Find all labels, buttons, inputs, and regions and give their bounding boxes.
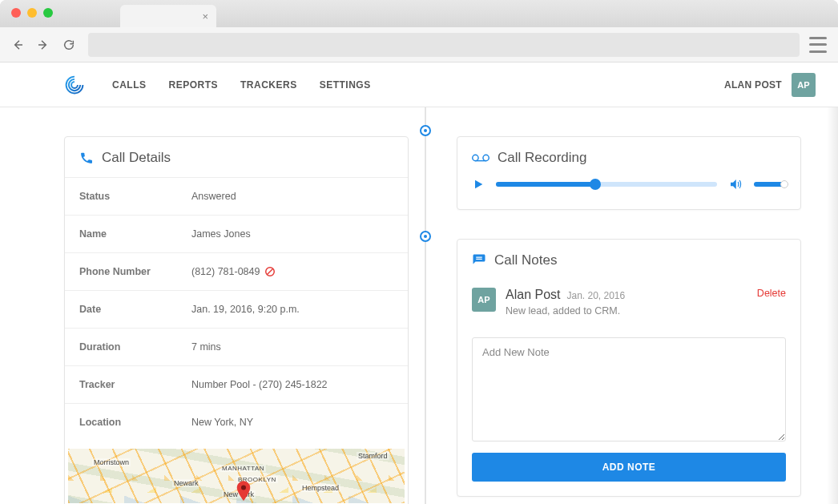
app-logo[interactable] bbox=[64, 75, 85, 95]
nav-calls[interactable]: CALLS bbox=[112, 79, 147, 91]
timeline-dot-notes bbox=[420, 231, 431, 242]
add-note-button[interactable]: ADD NOTE bbox=[472, 453, 786, 482]
close-window-button[interactable] bbox=[11, 8, 21, 18]
username-label: ALAN POST bbox=[724, 79, 782, 91]
browser-toolbar bbox=[0, 27, 838, 62]
note-text: New lead, added to CRM. bbox=[506, 305, 786, 317]
call-details-title: Call Details bbox=[102, 150, 171, 166]
notes-header: Call Notes bbox=[457, 240, 800, 280]
detail-row-name: Name James Jones bbox=[65, 215, 408, 252]
nav-settings[interactable]: SETTINGS bbox=[320, 79, 371, 91]
recording-header: Call Recording bbox=[457, 137, 800, 177]
detail-row-phone: Phone Number (812) 781-0849 bbox=[65, 252, 408, 290]
location-label: Location bbox=[79, 417, 191, 428]
shadow-edge bbox=[827, 107, 838, 504]
url-input[interactable] bbox=[88, 33, 800, 57]
call-notes-card: Call Notes AP Alan Post Jan. 20, 2016 Ne… bbox=[457, 239, 801, 497]
location-value: New York, NY bbox=[191, 417, 253, 428]
date-value: Jan. 19, 2016, 9:20 p.m. bbox=[191, 304, 300, 315]
reload-button[interactable] bbox=[62, 38, 79, 51]
map-label-stamford: Stamford bbox=[357, 452, 389, 460]
location-map[interactable]: Morristown Newark MANHATTAN BROOKLYN New… bbox=[68, 449, 405, 503]
main-nav: CALLS REPORTS TRACKERS SETTINGS bbox=[112, 79, 371, 91]
tab-strip: × bbox=[0, 0, 838, 27]
svg-point-3 bbox=[483, 155, 489, 160]
close-tab-icon[interactable]: × bbox=[202, 10, 208, 22]
map-label-manhattan: MANHATTAN bbox=[220, 465, 266, 472]
browser-menu-button[interactable] bbox=[809, 37, 827, 53]
name-value: James Jones bbox=[191, 228, 251, 240]
volume-knob[interactable] bbox=[780, 180, 788, 188]
map-label-newark: Newark bbox=[172, 479, 200, 487]
map-label-hempstead: Hempstead bbox=[300, 484, 340, 492]
date-label: Date bbox=[79, 304, 191, 315]
timeline-dot-recording bbox=[420, 125, 431, 136]
volume-icon[interactable] bbox=[728, 177, 743, 192]
svg-point-1 bbox=[241, 486, 246, 490]
play-button[interactable] bbox=[472, 178, 485, 191]
note-author: Alan Post bbox=[506, 288, 560, 302]
phone-label: Phone Number bbox=[79, 266, 191, 277]
seek-fill bbox=[496, 182, 595, 187]
recording-title: Call Recording bbox=[498, 150, 587, 166]
new-note-input[interactable] bbox=[472, 337, 786, 442]
detail-row-duration: Duration 7 mins bbox=[65, 328, 408, 365]
seek-slider[interactable] bbox=[496, 182, 717, 187]
tracker-value: Number Pool - (270) 245-1822 bbox=[191, 379, 328, 390]
nav-trackers[interactable]: TRACKERS bbox=[240, 79, 297, 91]
browser-chrome: × bbox=[0, 0, 838, 62]
call-details-header: Call Details bbox=[65, 137, 408, 177]
block-number-icon[interactable] bbox=[264, 266, 276, 277]
call-details-card: Call Details Status Answered Name James … bbox=[64, 136, 409, 504]
note-avatar: AP bbox=[472, 288, 496, 312]
app-header: CALLS REPORTS TRACKERS SETTINGS ALAN POS… bbox=[0, 62, 838, 107]
map-label-morristown: Morristown bbox=[92, 458, 131, 466]
note-item: AP Alan Post Jan. 20, 2016 New lead, add… bbox=[472, 280, 786, 328]
main-content: Call Details Status Answered Name James … bbox=[0, 107, 838, 504]
delete-note-button[interactable]: Delete bbox=[757, 288, 786, 299]
notes-title: Call Notes bbox=[494, 252, 557, 268]
window-controls bbox=[11, 8, 53, 18]
phone-icon bbox=[79, 151, 94, 165]
seek-knob[interactable] bbox=[590, 179, 601, 190]
timeline-line bbox=[425, 107, 426, 504]
browser-tab[interactable]: × bbox=[120, 5, 216, 27]
avatar: AP bbox=[792, 73, 816, 97]
map-pin-icon bbox=[236, 481, 251, 502]
detail-row-status: Status Answered bbox=[65, 177, 408, 215]
volume-slider[interactable] bbox=[754, 182, 786, 187]
nav-reports[interactable]: REPORTS bbox=[169, 79, 219, 91]
header-user[interactable]: ALAN POST AP bbox=[724, 73, 816, 97]
audio-player bbox=[457, 177, 800, 209]
name-label: Name bbox=[79, 228, 191, 240]
status-label: Status bbox=[79, 191, 191, 202]
detail-row-date: Date Jan. 19, 2016, 9:20 p.m. bbox=[65, 290, 408, 328]
svg-point-2 bbox=[473, 155, 478, 160]
maximize-window-button[interactable] bbox=[43, 8, 53, 18]
detail-row-location: Location New York, NY bbox=[65, 403, 408, 441]
duration-label: Duration bbox=[79, 341, 191, 353]
tracker-label: Tracker bbox=[79, 379, 191, 390]
voicemail-icon bbox=[472, 152, 490, 163]
phone-value: (812) 781-0849 bbox=[191, 266, 260, 277]
status-value: Answered bbox=[191, 191, 236, 202]
detail-row-tracker: Tracker Number Pool - (270) 245-1822 bbox=[65, 365, 408, 403]
minimize-window-button[interactable] bbox=[27, 8, 37, 18]
forward-button[interactable] bbox=[37, 38, 53, 51]
duration-value: 7 mins bbox=[191, 341, 221, 353]
back-button[interactable] bbox=[11, 38, 27, 51]
call-recording-card: Call Recording bbox=[457, 136, 801, 210]
notes-icon bbox=[472, 253, 486, 268]
note-date: Jan. 20, 2016 bbox=[566, 290, 625, 301]
